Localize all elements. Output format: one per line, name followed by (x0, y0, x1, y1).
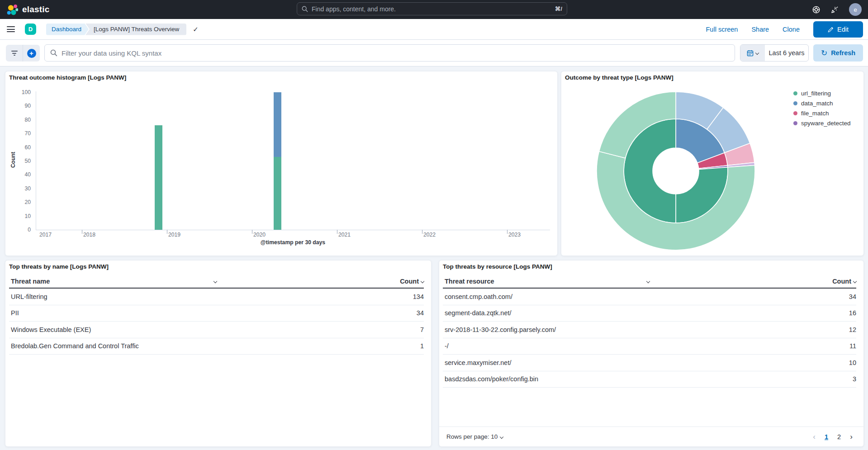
legend-dot (793, 101, 797, 105)
rows-per-page-selector[interactable]: Rows per page: 10 (446, 433, 503, 440)
dot (855, 91, 857, 92)
cell-threat-resource: segment-data.zqtk.net/ (443, 309, 650, 317)
table-row: Windows Executable (EXE)7 (9, 322, 424, 338)
kql-placeholder: Filter your data using KQL syntax (62, 49, 161, 57)
cell-count: 134 (217, 293, 424, 300)
menu-hamburger-icon[interactable] (7, 26, 15, 32)
column-header-count[interactable]: Count (217, 278, 424, 285)
legend-item-actions-icon[interactable] (855, 108, 859, 118)
x-tick-mark (252, 230, 252, 234)
column-header-threat-name[interactable]: Threat name (9, 278, 217, 285)
dot-grid (855, 101, 859, 106)
elastic-brand[interactable]: elastic (6, 4, 50, 16)
space-badge[interactable]: D (25, 24, 36, 35)
cell-threat-name: Bredolab.Gen Command and Control Traffic (9, 342, 217, 350)
page-2-button[interactable]: 2 (834, 431, 844, 442)
rows-per-page-label: Rows per page: 10 (446, 433, 498, 440)
chevron-down-icon (755, 51, 759, 55)
y-tick-label: 40 (14, 171, 31, 178)
dot (855, 113, 857, 114)
breadcrumb-bar: D Dashboard [Logs PANW] Threats Overview… (0, 19, 868, 40)
cell-count: 11 (650, 342, 856, 350)
column-header-label: Threat name (11, 278, 50, 285)
news-feed-icon[interactable] (830, 5, 839, 14)
bar-segment-url_filtering[interactable] (274, 157, 281, 230)
cell-threat-name: PII (9, 309, 217, 317)
legend-item-url_filtering[interactable]: url_filtering (793, 88, 851, 98)
chevron-down-icon (421, 279, 424, 283)
cell-threat-name: URL-filtering (9, 293, 217, 300)
time-picker-calendar-button[interactable] (740, 45, 765, 61)
x-tick-mark (507, 230, 508, 234)
next-page-button[interactable]: › (846, 432, 856, 441)
breadcrumb-dashboard[interactable]: Dashboard (46, 24, 89, 35)
y-tick-label: 50 (14, 158, 31, 164)
refresh-label: Refresh (831, 49, 855, 57)
panel-outcome-by-threat-type: Outcome by threat type [Logs PANW] url_f… (561, 71, 864, 256)
legend-label: spyware_detected (801, 120, 851, 127)
dot (857, 95, 859, 96)
dot-grid (855, 121, 859, 126)
share-button[interactable]: Share (751, 26, 769, 33)
brand-name: elastic (22, 5, 50, 14)
y-tick-label: 60 (14, 144, 31, 151)
previous-page-button[interactable]: ‹ (809, 432, 819, 441)
dot (855, 121, 857, 122)
cell-threat-resource: -/ (443, 342, 650, 350)
y-tick-label: 10 (14, 213, 31, 219)
legend-item-actions-icon[interactable] (855, 118, 859, 128)
cell-count: 10 (650, 359, 856, 366)
table-row: URL-filtering134 (9, 289, 424, 305)
breadcrumb: Dashboard [Logs PANW] Threats Overview ✓ (46, 24, 199, 35)
histogram-plot-area[interactable]: 0102030405060708090100201720182019202020… (5, 71, 557, 256)
dot (857, 113, 859, 114)
pencil-icon (828, 27, 834, 33)
column-header-threat-resource[interactable]: Threat resource (443, 278, 650, 285)
cell-count: 7 (217, 326, 424, 333)
y-tick-label: 80 (14, 117, 31, 123)
column-header-count[interactable]: Count (650, 278, 856, 285)
dot (855, 103, 857, 104)
clone-button[interactable]: Clone (783, 26, 800, 33)
bar-segment-url_filtering[interactable] (155, 125, 162, 230)
help-icon[interactable] (812, 5, 821, 14)
query-bar: + Filter your data using KQL syntax Last… (0, 40, 868, 66)
x-tick-label: 2019 (168, 232, 180, 238)
table-row: basdzsdas.com/poker/config.bin3 (443, 371, 856, 388)
global-search-input[interactable]: Find apps, content, and more. ⌘/ (297, 2, 567, 15)
legend-item-spyware_detected[interactable]: spyware_detected (793, 118, 851, 128)
edit-button[interactable]: Edit (813, 21, 863, 38)
column-header-label: Count (832, 278, 851, 285)
x-tick-label: 2023 (508, 232, 521, 238)
dot (855, 111, 857, 112)
legend-dot (793, 111, 797, 115)
dot (855, 95, 857, 96)
plus-circle-icon: + (27, 49, 36, 58)
column-header-label: Threat resource (445, 278, 494, 285)
user-avatar[interactable]: e (849, 3, 862, 16)
elastic-logo-icon (6, 4, 18, 16)
legend-item-data_match[interactable]: data_match (793, 98, 851, 108)
filter-list-button[interactable] (6, 45, 23, 62)
panel-title: Top threats by resource [Logs PANW] (443, 263, 552, 270)
legend-item-actions-icon[interactable] (855, 88, 859, 98)
cell-threat-resource: srv-2018-11-30-22.config.parsely.com/ (443, 326, 650, 333)
dot (855, 101, 857, 102)
refresh-button[interactable]: ↻ Refresh (813, 44, 863, 62)
panel-top-threats-by-resource: Top threats by resource [Logs PANW] Thre… (439, 260, 864, 447)
add-filter-button[interactable]: + (23, 45, 40, 62)
kql-query-input[interactable]: Filter your data using KQL syntax (44, 44, 735, 62)
search-shortcut-badge: ⌘/ (555, 5, 562, 12)
full-screen-button[interactable]: Full screen (706, 26, 738, 33)
global-search-placeholder: Find apps, content, and more. (312, 5, 555, 13)
page-1-button[interactable]: 1 (821, 431, 832, 442)
legend-item-actions-icon[interactable] (855, 98, 859, 108)
column-header-label: Count (400, 278, 419, 285)
bar-segment-data_match[interactable] (274, 92, 281, 157)
legend-item-file_match[interactable]: file_match (793, 108, 851, 118)
dot (855, 93, 857, 94)
x-axis-label: @timestamp per 30 days (36, 239, 550, 246)
x-tick-label: 2020 (253, 232, 266, 238)
time-range-value[interactable]: Last 6 years (765, 45, 808, 61)
refresh-icon: ↻ (821, 48, 827, 58)
